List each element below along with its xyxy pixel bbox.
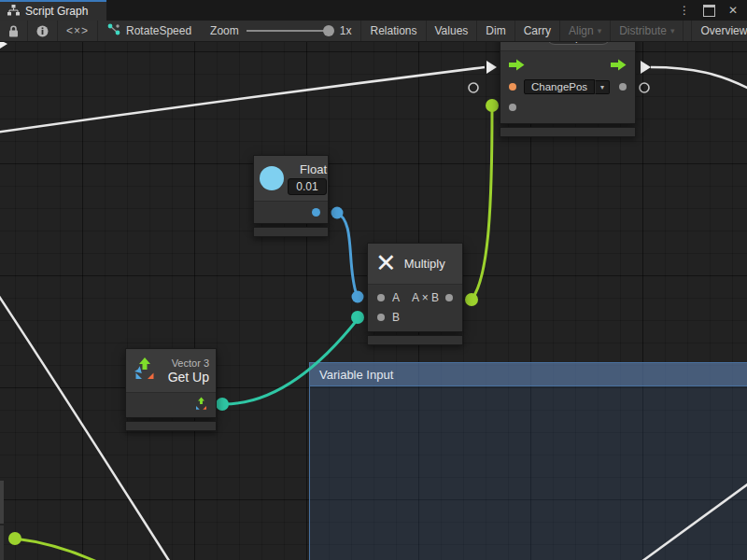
- offscreen-node-sliver[interactable]: [0, 481, 4, 560]
- wire-endpoint-bottom-left[interactable]: [8, 532, 21, 545]
- vector3-node-title: Get Up: [168, 370, 209, 385]
- graph-breadcrumb-icon: [107, 23, 120, 38]
- script-graph-tab-icon: [7, 3, 20, 20]
- distribute-caret-icon: ▾: [670, 26, 675, 35]
- multiply-node-title: Multiply: [404, 257, 445, 271]
- event-flow-in-arrow[interactable]: [509, 58, 525, 75]
- multiply-port-out-label: A × B: [412, 291, 439, 304]
- node-multiply[interactable]: ✕ Multiply A A × B B: [367, 243, 463, 345]
- event-flow-out-arrow[interactable]: [611, 58, 627, 75]
- graph-dropdown-label: Graph: [557, 42, 587, 43]
- float-output-port[interactable]: [312, 208, 320, 217]
- graph-canvas[interactable]: Variable Input: [0, 42, 747, 560]
- wire-endpoint-multiply-b[interactable]: [351, 311, 364, 324]
- value-connections-icon[interactable]: <×>: [58, 21, 98, 41]
- event-output-port[interactable]: [619, 83, 627, 91]
- variable-dropdown-value: ChangePos: [524, 79, 595, 94]
- node-graph-event[interactable]: Graph ▾ ChangePos ▾: [500, 42, 636, 137]
- zoom-control: Zoom 1x: [201, 21, 361, 41]
- graph-toolbar: <×> RotateSpeed Zoom 1x Relations Values…: [0, 21, 747, 42]
- wire-out-arrowhead: [641, 61, 651, 74]
- wire-in-event[interactable]: [0, 67, 485, 133]
- variable-dropdown-caret-icon[interactable]: ▾: [595, 80, 610, 94]
- event-node-footer: [500, 127, 636, 137]
- carry-button[interactable]: Carry: [515, 21, 560, 41]
- info-icon[interactable]: [28, 21, 58, 41]
- vector3-type-label: Vector 3: [172, 357, 209, 369]
- wire-out-event[interactable]: [651, 67, 747, 91]
- multiply-port-b[interactable]: [377, 314, 385, 321]
- node-float[interactable]: Float 0.01: [253, 155, 329, 237]
- wire-endpoint-float[interactable]: [331, 207, 344, 219]
- zoom-slider-handle[interactable]: [323, 25, 334, 36]
- unity-visual-scripting-window: { "window": { "tab_title": "Script Graph…: [0, 0, 747, 560]
- relations-button[interactable]: Relations: [361, 21, 426, 41]
- multiply-port-b-label: B: [392, 311, 400, 324]
- vector3-output-port[interactable]: [194, 397, 208, 414]
- breadcrumb[interactable]: RotateSpeed: [98, 21, 201, 41]
- wire-endpoint-vector[interactable]: [216, 398, 229, 411]
- event-left-outline-port[interactable]: [469, 83, 478, 92]
- multiply-icon: ✕: [375, 251, 397, 276]
- window-menu-icon[interactable]: ⋮: [679, 5, 690, 16]
- wire-endpoint-multiply-out[interactable]: [465, 293, 478, 306]
- align-caret-icon: ▾: [598, 26, 602, 35]
- event-variable-port[interactable]: [509, 83, 516, 91]
- event-input-port[interactable]: [509, 104, 516, 111]
- align-label: Align: [569, 24, 594, 37]
- node-vector3-get-up[interactable]: Vector 3 Get Up: [125, 348, 217, 431]
- vector3-icon: [133, 357, 157, 385]
- wire-in-arrowhead: [486, 61, 497, 74]
- overview-button[interactable]: Overview: [692, 21, 747, 41]
- variable-dropdown[interactable]: ChangePos ▾: [524, 79, 610, 94]
- float-value-input[interactable]: 0.01: [288, 178, 327, 195]
- multiply-node-footer: [367, 335, 463, 345]
- vector3-node-footer: [125, 421, 217, 431]
- multiply-port-a[interactable]: [377, 294, 385, 301]
- values-button[interactable]: Values: [427, 21, 478, 41]
- wire-vector-to-multiply[interactable]: [222, 319, 358, 404]
- wire-endpoint-multiply-a[interactable]: [352, 291, 364, 303]
- breadcrumb-graph-name: RotateSpeed: [126, 24, 191, 37]
- script-graph-icon: [525, 42, 540, 45]
- window-maximize-icon[interactable]: [703, 5, 715, 17]
- wire-diagonal-bottom-right[interactable]: [635, 481, 747, 560]
- tab-script-graph[interactable]: Script Graph: [0, 0, 106, 21]
- wire-left-edge-arrowhead: [0, 42, 7, 49]
- align-dropdown[interactable]: Align ▾: [560, 21, 611, 41]
- lock-icon[interactable]: [0, 21, 28, 41]
- tab-title: Script Graph: [25, 5, 88, 18]
- wire-float-to-multiply[interactable]: [337, 213, 357, 295]
- float-type-icon: [260, 166, 284, 190]
- graph-dropdown-button[interactable]: Graph ▾: [546, 42, 611, 45]
- dim-button[interactable]: Dim: [477, 21, 514, 41]
- window-close-icon[interactable]: ✕: [728, 5, 738, 16]
- wire-endpoint-event-input[interactable]: [486, 99, 499, 112]
- zoom-label: Zoom: [210, 24, 239, 37]
- wire-multiply-to-event[interactable]: [472, 107, 492, 300]
- titlebar: Script Graph ⋮ ✕: [0, 0, 747, 21]
- zoom-value: 1x: [340, 24, 352, 37]
- event-right-outline-port[interactable]: [640, 83, 649, 92]
- wire-bottom-left[interactable]: [15, 539, 114, 560]
- zoom-slider[interactable]: [247, 30, 332, 32]
- multiply-port-a-label: A: [392, 291, 400, 304]
- float-node-footer: [253, 227, 329, 237]
- distribute-dropdown[interactable]: Distribute ▾: [611, 21, 684, 41]
- float-node-title: Float: [300, 162, 327, 176]
- multiply-port-out[interactable]: [445, 294, 453, 301]
- distribute-label: Distribute: [619, 24, 667, 37]
